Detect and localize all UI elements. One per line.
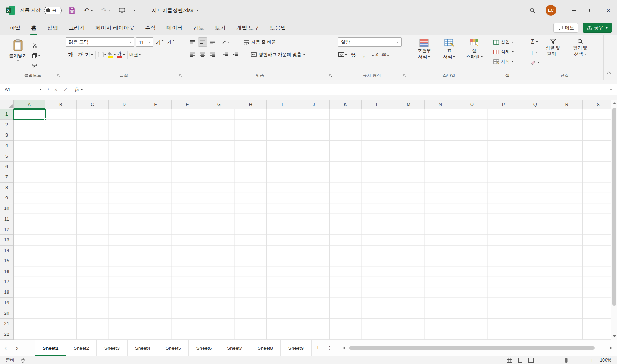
- orientation-button[interactable]: [221, 37, 230, 47]
- row-header-11[interactable]: 11: [0, 214, 13, 224]
- underline-button[interactable]: 가: [84, 50, 94, 59]
- redo-button[interactable]: ↷: [100, 6, 112, 15]
- paste-button[interactable]: 붙여넣기: [6, 37, 30, 72]
- normal-view-button[interactable]: [507, 358, 512, 363]
- search-button[interactable]: [529, 7, 536, 14]
- maximize-button[interactable]: [583, 0, 600, 21]
- horizontal-scroll-track[interactable]: [348, 346, 607, 350]
- ribbon-tab-페이지 레이아웃[interactable]: 페이지 레이아웃: [90, 21, 140, 35]
- align-top-button[interactable]: [188, 37, 197, 47]
- align-center-button[interactable]: [198, 50, 207, 59]
- fill-color-button[interactable]: [107, 50, 116, 59]
- zoom-slider-knob[interactable]: [565, 358, 567, 363]
- touch-mouse-mode-button[interactable]: [117, 6, 127, 15]
- column-header-E[interactable]: E: [140, 100, 172, 109]
- enter-entry-button[interactable]: ✓: [61, 84, 70, 95]
- number-format-combo[interactable]: 일반: [338, 37, 402, 47]
- number-dialog-launcher[interactable]: [403, 74, 407, 78]
- row-header-16[interactable]: 16: [0, 266, 13, 277]
- sort-filter-button[interactable]: 정렬 및 필터: [539, 37, 567, 58]
- collapse-ribbon-button[interactable]: [607, 71, 611, 76]
- column-header-N[interactable]: N: [425, 100, 457, 109]
- row-header-12[interactable]: 12: [0, 224, 13, 235]
- customize-quick-access-button[interactable]: [132, 9, 138, 12]
- save-button[interactable]: [67, 6, 77, 15]
- grow-font-button[interactable]: 가: [155, 37, 164, 47]
- new-sheet-button[interactable]: +: [312, 340, 324, 356]
- page-layout-view-button[interactable]: [518, 358, 523, 363]
- row-header-14[interactable]: 14: [0, 246, 13, 256]
- document-title-button[interactable]: 시트이름정렬.xlsx: [152, 7, 199, 14]
- sheet-tab-Sheet3[interactable]: Sheet3: [97, 340, 128, 356]
- column-header-I[interactable]: I: [267, 100, 298, 109]
- expand-formula-bar-button[interactable]: [604, 84, 617, 95]
- column-header-P[interactable]: P: [488, 100, 520, 109]
- comments-button[interactable]: 메모: [553, 23, 578, 33]
- cell-styles-button[interactable]: 셀 스타일: [462, 37, 487, 61]
- sheet-tab-Sheet8[interactable]: Sheet8: [250, 340, 281, 356]
- ribbon-tab-보기[interactable]: 보기: [209, 21, 231, 35]
- fill-handle[interactable]: [44, 118, 46, 121]
- cells-area[interactable]: [14, 109, 611, 340]
- sheet-nav-left-button[interactable]: ‹: [0, 340, 11, 356]
- delete-cells-button[interactable]: 삭제: [492, 47, 523, 57]
- align-left-button[interactable]: [188, 50, 197, 59]
- vertical-scrollbar[interactable]: [611, 100, 617, 340]
- cut-button[interactable]: [32, 41, 40, 50]
- all-sheets-button[interactable]: ⋮: [324, 340, 335, 356]
- bold-button[interactable]: 가: [66, 50, 75, 59]
- column-header-Q[interactable]: Q: [519, 100, 551, 109]
- column-header-A[interactable]: A: [14, 100, 45, 109]
- column-header-S[interactable]: S: [583, 100, 611, 109]
- accessibility-button[interactable]: [21, 358, 25, 363]
- percent-style-button[interactable]: %: [349, 50, 358, 59]
- sheet-tab-Sheet9[interactable]: Sheet9: [281, 340, 312, 356]
- comma-style-button[interactable]: ,: [359, 50, 369, 59]
- row-header-2[interactable]: 2: [0, 120, 13, 130]
- autosum-button[interactable]: Σ: [531, 37, 539, 46]
- increase-decimal-button[interactable]: ←.0: [370, 50, 379, 59]
- font-dialog-launcher[interactable]: [179, 74, 183, 78]
- zoom-in-button[interactable]: +: [591, 357, 593, 363]
- undo-button[interactable]: ↶: [82, 6, 95, 15]
- sheet-tab-Sheet1[interactable]: Sheet1: [35, 340, 66, 356]
- sheet-tab-Sheet2[interactable]: Sheet2: [66, 340, 97, 356]
- find-select-button[interactable]: 찾기 및 선택: [567, 37, 594, 58]
- zoom-level[interactable]: 100%: [596, 358, 611, 363]
- ribbon-tab-파일[interactable]: 파일: [4, 21, 26, 35]
- horizontal-scroll-thumb[interactable]: [349, 346, 595, 350]
- alignment-dialog-launcher[interactable]: [329, 74, 333, 78]
- row-header-4[interactable]: 4: [0, 141, 13, 151]
- minimize-button[interactable]: [566, 0, 583, 21]
- row-header-18[interactable]: 18: [0, 287, 13, 298]
- ribbon-tab-삽입[interactable]: 삽입: [42, 21, 63, 35]
- ribbon-tab-개발 도구[interactable]: 개발 도구: [231, 21, 264, 35]
- select-all-corner[interactable]: [0, 100, 14, 109]
- row-header-22[interactable]: 22: [0, 329, 13, 340]
- column-header-O[interactable]: O: [456, 100, 488, 109]
- horizontal-scrollbar[interactable]: [343, 340, 612, 356]
- row-header-19[interactable]: 19: [0, 298, 13, 308]
- column-header-F[interactable]: F: [172, 100, 204, 109]
- row-header-9[interactable]: 9: [0, 193, 13, 203]
- borders-button[interactable]: [98, 50, 107, 59]
- cancel-entry-button[interactable]: ×: [51, 84, 61, 95]
- zoom-out-button[interactable]: −: [539, 357, 542, 363]
- formula-input[interactable]: [89, 84, 604, 95]
- zoom-slider[interactable]: [545, 360, 588, 360]
- insert-cells-button[interactable]: 삽입: [492, 37, 523, 47]
- autosave-switch[interactable]: 끔: [44, 7, 62, 14]
- row-header-20[interactable]: 20: [0, 308, 13, 319]
- row-header-17[interactable]: 17: [0, 277, 13, 287]
- decrease-indent-button[interactable]: [221, 50, 230, 59]
- format-cells-button[interactable]: 서식: [492, 57, 523, 66]
- function-chevron-icon[interactable]: [79, 84, 85, 95]
- ribbon-tab-수식[interactable]: 수식: [140, 21, 161, 35]
- sheet-tab-Sheet5[interactable]: Sheet5: [158, 340, 189, 356]
- wrap-text-button[interactable]: 자동 줄 바꿈: [242, 38, 278, 46]
- row-header-10[interactable]: 10: [0, 203, 13, 214]
- align-bottom-button[interactable]: [208, 37, 217, 47]
- column-header-G[interactable]: G: [203, 100, 235, 109]
- scroll-down-arrow-icon[interactable]: [613, 335, 616, 337]
- decrease-decimal-button[interactable]: .00→: [381, 50, 390, 59]
